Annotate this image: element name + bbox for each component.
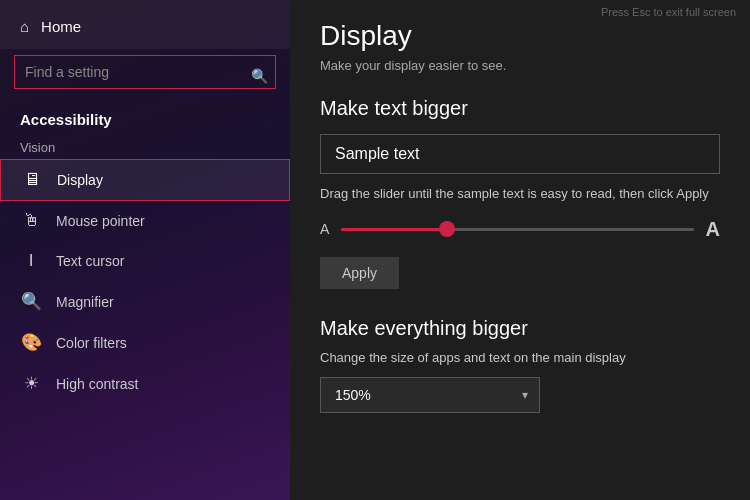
sidebar-home[interactable]: ⌂ Home [0,0,290,49]
home-icon: ⌂ [20,18,29,35]
sidebar-item-color-filters[interactable]: 🎨 Color filters [0,322,290,363]
sidebar-colorfilters-label: Color filters [56,335,127,351]
magnifier-icon: 🔍 [20,291,42,312]
sidebar-highcontrast-label: High contrast [56,376,138,392]
sidebar-item-magnifier[interactable]: 🔍 Magnifier [0,281,290,322]
scale-dropdown-container: 100% 125% 150% 175% 200% ▾ [320,377,540,413]
sidebar-item-mouse-pointer[interactable]: 🖱 Mouse pointer [0,201,290,241]
sidebar-magnifier-label: Magnifier [56,294,114,310]
sidebar-mousepointer-label: Mouse pointer [56,213,145,229]
apply-button[interactable]: Apply [320,257,399,289]
slider-label-small: A [320,221,329,237]
make-everything-bigger-title: Make everything bigger [320,317,720,340]
text-cursor-icon: I [20,251,42,271]
vision-label: Vision [0,134,290,159]
slider-description: Drag the slider until the sample text is… [320,184,720,204]
display-icon: 🖥 [21,170,43,190]
high-contrast-icon: ☀ [20,373,42,394]
slider-label-large: A [706,218,720,241]
accessibility-label: Accessibility [0,103,290,134]
scale-dropdown[interactable]: 100% 125% 150% 175% 200% [320,377,540,413]
slider-track [341,228,693,231]
everything-bigger-desc: Change the size of apps and text on the … [320,350,720,365]
slider-fill [341,228,447,231]
page-title: Display [320,20,720,52]
sidebar-textcursor-label: Text cursor [56,253,124,269]
slider-row: A A [320,218,720,241]
sidebar: ⌂ Home 🔍 Accessibility Vision 🖥 Display … [0,0,290,500]
sidebar-home-label: Home [41,18,81,35]
sidebar-item-display[interactable]: 🖥 Display [0,159,290,201]
sidebar-item-text-cursor[interactable]: I Text cursor [0,241,290,281]
main-content: Press Esc to exit full screen Display Ma… [290,0,750,500]
search-input[interactable] [14,55,276,89]
text-size-slider[interactable] [341,219,693,239]
sidebar-display-label: Display [57,172,103,188]
page-subtitle: Make your display easier to see. [320,58,720,73]
color-filters-icon: 🎨 [20,332,42,353]
sidebar-item-high-contrast[interactable]: ☀ High contrast [0,363,290,404]
sample-text-box: Sample text [320,134,720,174]
slider-thumb[interactable] [439,221,455,237]
make-text-bigger-title: Make text bigger [320,97,720,120]
mouse-pointer-icon: 🖱 [20,211,42,231]
esc-hint: Press Esc to exit full screen [601,6,736,18]
search-container: 🔍 [0,49,290,103]
sample-text: Sample text [335,145,419,162]
